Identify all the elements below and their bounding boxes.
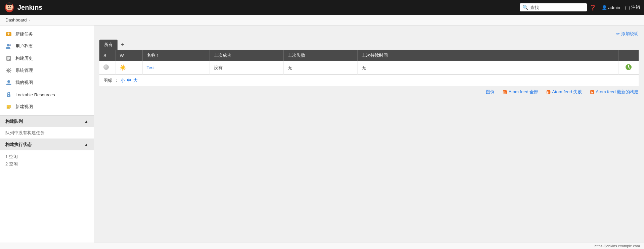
icon-size-separator: ：: [114, 78, 119, 84]
breadcrumb: Dashboard ›: [0, 15, 644, 26]
build-history-icon: [5, 55, 12, 62]
atom-feed-fail-label: Atom feed 失败: [552, 89, 582, 95]
col-header-last-success: 上次成功: [210, 50, 283, 61]
col-header-actions: [618, 50, 639, 61]
rss-icon-latest: [590, 90, 594, 94]
job-table: S W 名称 ↑ 上次成功 上次失败 上次持续时间 ☀️: [99, 50, 639, 74]
col-header-last-failure: 上次失败: [283, 50, 357, 61]
sidebar: 新建任务 用户列表 构建历史 系统管理: [0, 26, 94, 247]
app-title: Jenkins: [17, 4, 42, 11]
username-label: admin: [608, 5, 620, 10]
legend-link[interactable]: 图例: [486, 89, 495, 95]
col-header-s: S: [99, 50, 116, 61]
sidebar-nav: 新建任务 用户列表 构建历史 系统管理: [0, 26, 94, 115]
svg-point-25: [503, 93, 504, 93]
svg-rect-21: [7, 107, 9, 108]
sidebar-label-build-history: 构建历史: [15, 55, 33, 61]
sidebar-label-my-view: 我的视图: [15, 80, 33, 86]
user-list-icon: [5, 43, 12, 50]
col-header-last-duration: 上次持续时间: [357, 50, 618, 61]
add-description-area: ✏ 添加说明: [99, 31, 639, 37]
rss-icon-all: [503, 90, 507, 94]
table-header-row: S W 名称 ↑ 上次成功 上次失败 上次持续时间: [99, 50, 639, 61]
svg-point-4: [10, 6, 11, 7]
job-link[interactable]: Test: [147, 65, 155, 70]
main-content: ✏ 添加说明 所有 + S W 名称 ↑ 上次成功 上次失败 上次持续时间: [94, 26, 644, 247]
tab-add-button[interactable]: +: [119, 41, 127, 49]
build-executor-chevron: ▲: [84, 142, 88, 147]
build-queue-label: 构建队列: [5, 118, 23, 125]
status-sun-icon: ☀️: [120, 65, 126, 71]
executor-2: 2 空闲: [5, 160, 88, 168]
add-description-link[interactable]: ✏ 添加说明: [616, 31, 639, 36]
svg-point-29: [591, 93, 591, 93]
sidebar-label-user-list: 用户列表: [15, 43, 33, 49]
schedule-build-icon[interactable]: [625, 66, 632, 71]
atom-feed-latest-link[interactable]: Atom feed 最新的构建: [590, 89, 639, 95]
system-admin-icon: [5, 67, 12, 74]
svg-rect-13: [7, 58, 10, 59]
build-queue-empty: 队列中没有构建任务: [5, 130, 45, 135]
sidebar-item-lockable-resources[interactable]: Lockable Resources: [0, 89, 94, 101]
search-icon: 🔍: [522, 5, 528, 10]
feeds-bar: 图例 Atom feed 全部 Atom feed 失败: [99, 86, 639, 98]
svg-point-27: [547, 93, 548, 93]
svg-rect-2: [7, 10, 12, 12]
table-footer: 图标 ： 小 中 大: [99, 74, 639, 86]
tab-all[interactable]: 所有: [99, 40, 118, 50]
status-grey-icon: [103, 64, 109, 70]
build-executor-label: 构建执行状态: [5, 142, 32, 148]
breadcrumb-dashboard[interactable]: Dashboard: [5, 17, 27, 22]
build-executor-content: 1 空闲 2 空闲: [0, 150, 94, 170]
tabs-bar: 所有 +: [99, 40, 639, 50]
svg-rect-12: [7, 57, 10, 58]
logo-area: Jenkins: [4, 2, 42, 13]
build-queue-section[interactable]: 构建队列 ▲: [0, 115, 94, 127]
sidebar-item-my-view[interactable]: 我的视图: [0, 77, 94, 89]
sidebar-label-system-admin: 系统管理: [15, 67, 33, 73]
svg-point-5: [6, 3, 12, 5]
svg-point-9: [7, 44, 9, 47]
sidebar-item-system-admin[interactable]: 系统管理: [0, 64, 94, 77]
sidebar-label-new-task: 新建任务: [15, 31, 33, 37]
help-icon[interactable]: ❓: [590, 4, 596, 11]
build-queue-content: 队列中没有构建任务: [0, 127, 94, 139]
cell-last-failure: 无: [283, 61, 357, 74]
svg-point-10: [9, 44, 11, 46]
svg-point-16: [8, 70, 9, 71]
search-input[interactable]: [530, 5, 584, 10]
statusbar: https://jenkins.example.com: [0, 243, 644, 247]
cell-last-duration: 无: [357, 61, 618, 74]
user-area: 👤 admin ⬚ 注销: [602, 4, 640, 11]
user-link[interactable]: 👤 admin: [602, 5, 620, 10]
sidebar-item-build-history[interactable]: 构建历史: [0, 52, 94, 64]
breadcrumb-separator: ›: [29, 18, 30, 22]
cell-job-name: Test: [142, 61, 210, 74]
build-executor-section[interactable]: 构建执行状态 ▲: [0, 139, 94, 150]
atom-feed-latest-label: Atom feed 最新的构建: [596, 89, 639, 95]
svg-rect-8: [8, 33, 9, 35]
icon-size-large[interactable]: 大: [133, 78, 138, 84]
svg-point-3: [8, 6, 9, 7]
sidebar-item-new-task[interactable]: 新建任务: [0, 28, 94, 40]
search-box[interactable]: 🔍: [520, 3, 587, 11]
col-header-w: W: [116, 50, 142, 61]
icon-size-medium[interactable]: 中: [127, 78, 131, 84]
sidebar-label-new-view: 新建视图: [15, 104, 33, 110]
logout-icon: ⬚: [625, 4, 630, 11]
user-icon: 👤: [602, 5, 607, 10]
svg-rect-14: [7, 59, 9, 60]
sidebar-item-user-list[interactable]: 用户列表: [0, 40, 94, 52]
rss-icon-fail: [546, 90, 551, 94]
logout-link[interactable]: ⬚ 注销: [625, 4, 640, 11]
atom-feed-all-link[interactable]: Atom feed 全部: [503, 89, 538, 95]
col-header-name[interactable]: 名称 ↑: [142, 50, 210, 61]
atom-feed-fail-link[interactable]: Atom feed 失败: [546, 89, 582, 95]
cell-action: [618, 61, 639, 74]
build-queue-chevron: ▲: [84, 119, 88, 124]
svg-point-17: [7, 80, 10, 83]
icon-size-small[interactable]: 小: [121, 78, 125, 84]
search-area: 🔍 ❓: [520, 3, 596, 11]
sidebar-label-lockable-resources: Lockable Resources: [15, 92, 55, 97]
sidebar-item-new-view[interactable]: 新建视图: [0, 101, 94, 113]
